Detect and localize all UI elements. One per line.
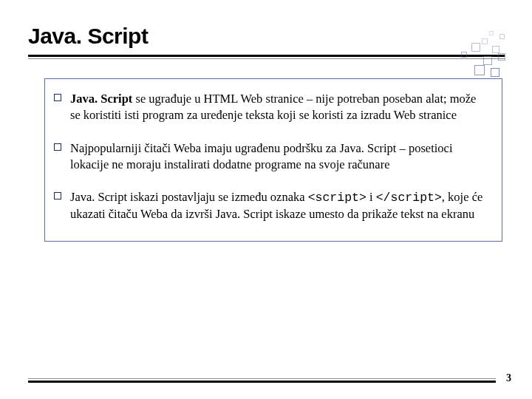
bullet-text: Najpopularniji čitači Weba imaju ugrađen… (70, 140, 487, 174)
title-underline (28, 55, 505, 59)
slide: Java. Script Java. Script se ugrađuje u … (0, 0, 532, 399)
footer: 3 (28, 372, 511, 384)
content-box: Java. Script se ugrađuje u HTML Web stra… (44, 78, 502, 242)
page-number: 3 (496, 372, 511, 384)
bullet-text: Java. Script se ugrađuje u HTML Web stra… (70, 91, 487, 124)
bullet-item: Java. Script se ugrađuje u HTML Web stra… (54, 91, 487, 124)
bullet-text: Java. Script iskazi postavljaju se izmeđ… (70, 189, 487, 223)
footer-underline (28, 378, 496, 383)
bullet-mid: i (366, 190, 376, 204)
square-bullet-icon (54, 192, 61, 200)
bullet-pre: Java. Script iskazi postavljaju se izmeđ… (70, 190, 308, 204)
code-close-tag-b: ipt> (412, 191, 442, 205)
code-close-tag-a: </scr (376, 191, 413, 205)
bullet-full: Najpopularniji čitači Weba imaju ugrađen… (70, 141, 453, 171)
bullet-item: Najpopularniji čitači Weba imaju ugrađen… (54, 140, 487, 174)
bullet-lead-bold: Java. Script (70, 92, 132, 106)
decorative-squares (445, 31, 511, 83)
code-open-tag: <script> (308, 191, 366, 205)
square-bullet-icon (54, 94, 61, 101)
bullet-item: Java. Script iskazi postavljaju se izmeđ… (54, 189, 487, 223)
square-bullet-icon (54, 143, 61, 151)
